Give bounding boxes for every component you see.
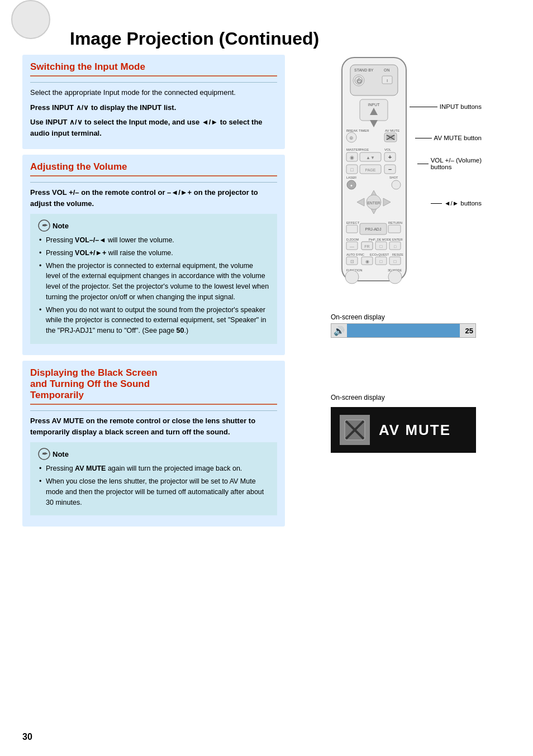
svg-text:ECO+QUEST: ECO+QUEST <box>370 253 389 256</box>
black-screen-note-header: ✒ Note <box>38 448 269 460</box>
section-divider-1 <box>30 82 277 83</box>
svg-text:✒: ✒ <box>41 450 47 458</box>
volume-number: 25 <box>465 327 473 335</box>
note-item-1: Pressing VOL–/–◄ will lower the volume. <box>38 235 269 246</box>
switching-input-section: Switching the Input Mode Select the appr… <box>22 55 285 149</box>
black-screen-note-list: Pressing AV MUTE again will turn the pro… <box>38 463 269 508</box>
label-av-mute-button: AV MUTE button <box>415 135 482 141</box>
svg-text:SHOT: SHOT <box>389 176 398 179</box>
svg-text:—: — <box>350 244 354 249</box>
left-column: Switching the Input Mode Select the appr… <box>22 55 285 532</box>
switching-input-body1: Select the appropriate Input mode for th… <box>30 87 277 98</box>
volume-bar-outer: 🔊 25 <box>331 323 476 338</box>
svg-text:VOL: VOL <box>384 148 392 151</box>
svg-text:ENTER: ENTER <box>392 238 403 241</box>
svg-text:INPUT: INPUT <box>368 103 380 107</box>
note-icon-2: ✒ <box>38 448 50 460</box>
page: Image Projection (Continued) Switching t… <box>0 0 533 756</box>
av-mute-icon-box <box>340 415 370 445</box>
svg-text:ON: ON <box>384 68 390 72</box>
av-mute-icon <box>344 419 366 441</box>
svg-text:⊡: ⊡ <box>350 259 354 264</box>
volume-display-label: On-screen display <box>331 313 476 321</box>
svg-text:✦: ✦ <box>350 184 353 188</box>
svg-point-83 <box>388 270 402 284</box>
svg-text:STAND BY: STAND BY <box>354 68 374 72</box>
svg-text:BREAK TIMER: BREAK TIMER <box>346 129 369 132</box>
right-column: STAND BY ON ⏻ I INPUT <box>296 55 511 532</box>
svg-text:–: – <box>388 166 392 173</box>
black-screen-note-1: Pressing AV MUTE again will turn the pro… <box>38 463 269 474</box>
svg-text:PRJ-ADJ: PRJ-ADJ <box>365 227 382 231</box>
svg-text:FR: FR <box>364 245 369 248</box>
note-item-4: When you do not want to output the sound… <box>38 305 269 336</box>
svg-text:D.ZOOM: D.ZOOM <box>346 238 359 241</box>
main-content: Switching the Input Mode Select the appr… <box>22 55 511 532</box>
svg-text:◉: ◉ <box>350 155 354 160</box>
av-mute-display: AV MUTE <box>331 407 476 453</box>
section-divider-3 <box>30 410 277 411</box>
black-screen-heading: Displaying the Black Screenand Turning O… <box>30 367 277 405</box>
adjusting-volume-heading: Adjusting the Volume <box>30 161 277 176</box>
remote-area: STAND BY ON ⏻ I INPUT <box>325 55 482 296</box>
label-input-buttons: INPUT buttons <box>410 103 482 110</box>
header-circle <box>11 0 50 39</box>
svg-text:□: □ <box>394 259 397 264</box>
svg-text:I: I <box>387 78 388 83</box>
switching-input-bold2: Use INPUT ∧/∨ to select the Input mode, … <box>30 117 277 139</box>
black-screen-note-label: Note <box>53 450 69 458</box>
adjusting-volume-section: Adjusting the Volume Press VOL +/– on th… <box>22 155 285 355</box>
svg-text:LASER: LASER <box>346 176 356 179</box>
svg-text:□: □ <box>350 167 354 173</box>
note-item-3: When the projector is connected to exter… <box>38 261 269 303</box>
switching-input-heading: Switching the Input Mode <box>30 61 277 76</box>
svg-text:EFFECT: EFFECT <box>346 221 360 224</box>
note-icon: ✒ <box>38 219 50 232</box>
svg-text:AUTO SYNC: AUTO SYNC <box>346 253 364 256</box>
svg-point-82 <box>345 270 359 284</box>
volume-icon: 🔊 <box>334 326 345 336</box>
svg-rect-53 <box>346 225 358 233</box>
svg-text:□: □ <box>380 244 383 249</box>
av-mute-text: AV MUTE <box>379 422 451 439</box>
label-arrow-buttons: ◄/► buttons <box>431 200 482 207</box>
volume-note-list: Pressing VOL–/–◄ will lower the volume. … <box>38 235 269 336</box>
svg-text:PAGE: PAGE <box>360 148 369 151</box>
svg-text:▲▼: ▲▼ <box>366 155 375 160</box>
svg-text:PAGE: PAGE <box>365 168 376 172</box>
svg-rect-54 <box>388 225 401 233</box>
svg-text:PinP_DE MODE: PinP_DE MODE <box>369 238 392 241</box>
svg-text:RETURN: RETURN <box>388 221 402 224</box>
volume-note-label: Note <box>53 222 69 230</box>
svg-text:□: □ <box>380 259 383 264</box>
svg-text:⏻: ⏻ <box>356 78 362 84</box>
remote-svg: STAND BY ON ⏻ I INPUT <box>331 55 417 295</box>
page-number: 30 <box>22 732 32 742</box>
volume-bar-inner <box>347 324 460 337</box>
black-screen-bold: Press AV MUTE on the remote control or c… <box>30 415 277 438</box>
page-title: Image Projection (Continued) <box>70 28 511 49</box>
svg-point-44 <box>392 180 401 189</box>
svg-text:RESIZE: RESIZE <box>392 253 403 256</box>
svg-text:ENTER: ENTER <box>367 201 380 205</box>
section-divider-2 <box>30 182 277 183</box>
av-mute-display-area: On-screen display AV MUTE <box>331 394 476 453</box>
label-vol-buttons: VOL +/– (Volume)buttons <box>417 157 482 170</box>
volume-note-box: ✒ Note Pressing VOL–/–◄ will lower the v… <box>30 214 277 344</box>
black-screen-section: Displaying the Black Screenand Turning O… <box>22 361 285 527</box>
svg-text:✒: ✒ <box>41 222 47 229</box>
av-mute-display-label: On-screen display <box>331 394 476 401</box>
svg-text:⊕: ⊕ <box>349 135 354 141</box>
adjusting-volume-bold: Press VOL +/– on the remote control or –… <box>30 187 277 209</box>
black-screen-note-box: ✒ Note Pressing AV MUTE again will turn … <box>30 442 277 515</box>
black-screen-note-2: When you close the lens shutter, the pro… <box>38 476 269 508</box>
volume-note-header: ✒ Note <box>38 219 269 232</box>
switching-input-bold1: Press INPUT ∧/∨ to display the INPUT lis… <box>30 102 277 113</box>
svg-text:+: + <box>388 154 392 160</box>
volume-display-area: On-screen display 🔊 25 <box>331 313 476 338</box>
svg-text:◉: ◉ <box>365 259 369 264</box>
svg-text:AV MUTE: AV MUTE <box>385 129 399 132</box>
note-item-2: Pressing VOL+/►+ will raise the volume. <box>38 248 269 259</box>
svg-text:MASTER: MASTER <box>346 148 361 151</box>
remote-wrapper: STAND BY ON ⏻ I INPUT <box>325 55 482 296</box>
